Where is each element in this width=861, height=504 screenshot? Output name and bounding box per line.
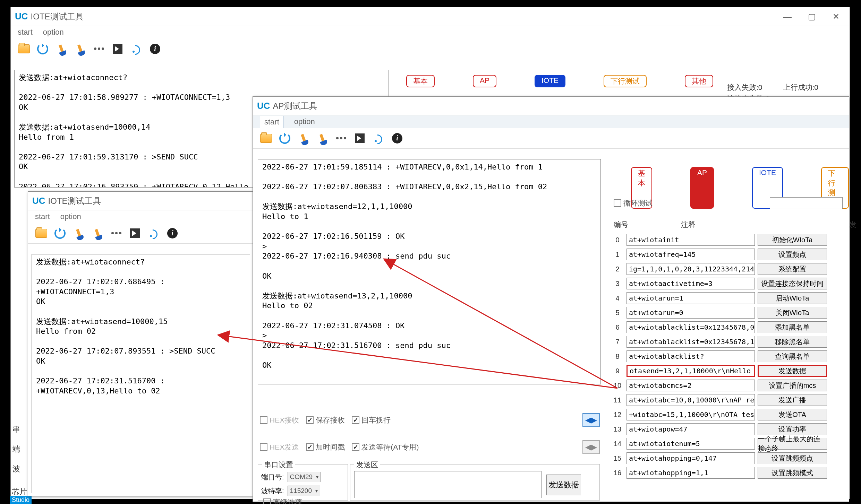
cmd-action-button[interactable]: 启动WIoTa [758, 292, 827, 304]
cmd-row-9: 9otasend=13,2,1,10000\r\nHello to 02发送数据 [611, 364, 827, 378]
brush2-button[interactable] [74, 43, 86, 55]
cmd-input[interactable]: at+wiotafreq=145 [626, 249, 755, 260]
cmd-input[interactable]: at+wiotablacklist=0x12345678,0 [626, 321, 755, 333]
top-tabs: 基本 AP IOTE 下行测试 其他 [406, 75, 713, 87]
advanced-checkbox[interactable]: 高级选项 [263, 497, 302, 504]
tab-ap[interactable]: AP [473, 75, 496, 87]
cmd-input[interactable]: at+wiotabcmcs=2 [626, 380, 755, 391]
cmd-action-button[interactable]: 设置跳频模式 [758, 467, 827, 479]
cmd-row-12: 12+wiotabc=15,1,10000\r\nOTA test data发送… [611, 407, 827, 422]
cmd-input[interactable]: otasend=13,2,1,10000\r\nHello to 02 [626, 365, 755, 377]
logo-icon: UC [15, 11, 28, 22]
close-icon[interactable]: ✕ [831, 11, 841, 22]
play-button[interactable] [353, 132, 366, 145]
refresh-button[interactable] [36, 43, 49, 55]
more-button[interactable] [335, 132, 347, 145]
loop-test-label: 循环测试 [623, 198, 653, 208]
brush-button[interactable] [73, 227, 85, 240]
cmd-row-6: 6at+wiotablacklist=0x12345678,0添加黑名单 [611, 320, 827, 334]
cmd-input[interactable]: at+wiotarun=0 [626, 307, 755, 319]
cmd-idx: 6 [611, 323, 624, 331]
hex-recv-checkbox[interactable]: HEX接收 [260, 415, 299, 425]
open-folder-button[interactable] [260, 132, 272, 145]
brush-button[interactable] [297, 132, 310, 145]
cmd-action-button[interactable]: 发送OTA [758, 409, 827, 420]
cmd-action-button[interactable]: 设置功率 [758, 423, 827, 435]
info-button[interactable]: i [149, 43, 161, 55]
cmd-action-button[interactable]: 设置跳频频点 [758, 452, 827, 464]
cmd-action-button[interactable]: 添加黑名单 [758, 321, 827, 333]
play-button[interactable] [129, 227, 141, 240]
iote-window-2: UC IOTE测试工具 start option i 发送数据:at+wiota… [28, 191, 253, 496]
cmd-idx: 4 [611, 294, 624, 302]
cmd-input[interactable]: at+wiotabc=10,0,10000\r\nAP ready [626, 394, 755, 406]
cmd-action-button[interactable]: 发送数据 [758, 365, 827, 377]
cmd-input[interactable]: at+wiotahopping=1,1 [626, 467, 755, 479]
cmd-idx: 1 [611, 251, 624, 259]
signal-button[interactable] [147, 227, 160, 240]
info-button[interactable]: i [391, 132, 403, 145]
tab-ap-active[interactable]: AP [690, 167, 714, 209]
play-button[interactable] [111, 43, 124, 55]
cmd-action-button[interactable]: 一个子帧上最大的连接态终 [758, 438, 827, 450]
cmd-action-button[interactable]: 系统配置 [758, 263, 827, 275]
titlebar-2: UC IOTE测试工具 [28, 192, 253, 210]
tab-basic[interactable]: 基本 [406, 75, 435, 87]
cmd-action-button[interactable]: 设置连接态保持时间 [758, 278, 827, 289]
cmd-input[interactable]: ig=1,1,0,1,0,20,3,11223344,21456981 [626, 263, 755, 275]
open-folder-button[interactable] [35, 227, 48, 240]
baud-combo[interactable]: 115200 [288, 486, 320, 496]
cmd-input[interactable]: at+wiotablacklist? [626, 350, 755, 362]
tab-other[interactable]: 其他 [685, 75, 713, 87]
hex-send-checkbox[interactable]: HEX发送 [260, 442, 299, 452]
send-textarea[interactable] [354, 471, 542, 498]
menu-option-2[interactable]: option [60, 212, 81, 221]
brush2-button[interactable] [316, 132, 329, 145]
more-button[interactable] [93, 43, 105, 55]
send-data-button[interactable]: 发送数据 [546, 475, 581, 495]
linewrap-checkbox[interactable]: 回车换行 [352, 415, 391, 425]
menu-start-2[interactable]: start [35, 212, 50, 221]
cmd-action-button[interactable]: 关闭WIoTa [758, 307, 827, 319]
signal-button[interactable] [372, 132, 385, 145]
cmd-input[interactable]: at+wiotablacklist=0x12345678,1 [626, 336, 755, 348]
maximize-icon[interactable]: ▢ [807, 11, 817, 22]
cmd-input[interactable]: at+wiotainit [626, 234, 755, 246]
cmd-input[interactable]: at+wiotaiotenum=5 [626, 438, 755, 450]
cmd-action-button[interactable]: 设置频点 [758, 249, 827, 260]
menu-start[interactable]: start [18, 28, 33, 37]
more-button[interactable] [110, 227, 122, 240]
signal-button[interactable] [130, 43, 143, 55]
tab-iote[interactable]: IOTE [535, 75, 565, 87]
cmd-action-button[interactable]: 发送广播 [758, 394, 827, 406]
cmd-input[interactable]: at+wiotaactivetime=3 [626, 278, 755, 289]
cmd-action-button[interactable]: 初始化WIoTa [758, 234, 827, 246]
cmd-action-button[interactable]: 查询黑名单 [758, 350, 827, 362]
open-folder-button[interactable] [18, 43, 30, 55]
refresh-button[interactable] [279, 132, 291, 145]
sendwait-checkbox[interactable]: 发送等待(AT专用) [352, 442, 419, 452]
nav-right-button[interactable]: ◀▶ [582, 440, 600, 454]
save-recv-checkbox[interactable]: 保存接收 [306, 415, 345, 425]
cmd-input[interactable]: at+wiotahopping=0,147 [626, 452, 755, 464]
cmd-action-button[interactable]: 设置广播的mcs [758, 380, 827, 391]
timestamp-checkbox[interactable]: 加时间戳 [306, 442, 345, 452]
refresh-button[interactable] [54, 227, 66, 240]
brush-button[interactable] [55, 43, 68, 55]
brush2-button[interactable] [91, 227, 104, 240]
menu-start-3[interactable]: start [260, 116, 284, 128]
menu-option[interactable]: option [43, 28, 64, 37]
nav-left-button[interactable]: ◀▶ [582, 413, 600, 427]
cmd-input[interactable]: +wiotabc=15,1,10000\r\nOTA test data [626, 409, 755, 420]
logo-icon: UC [32, 195, 45, 206]
cmd-action-button[interactable]: 移除黑名单 [758, 336, 827, 348]
minimize-icon[interactable]: — [782, 11, 793, 22]
cmd-input[interactable]: at+wiotapow=47 [626, 423, 755, 435]
info-button[interactable]: i [166, 227, 179, 240]
loop-test-checkbox[interactable]: 循环测试 [614, 198, 653, 208]
loop-test-input[interactable] [770, 197, 843, 209]
menu-option-3[interactable]: option [294, 117, 315, 126]
tab-downlink[interactable]: 下行测试 [604, 75, 647, 87]
port-combo[interactable]: COM29 [288, 472, 321, 482]
cmd-input[interactable]: at+wiotarun=1 [626, 292, 755, 304]
